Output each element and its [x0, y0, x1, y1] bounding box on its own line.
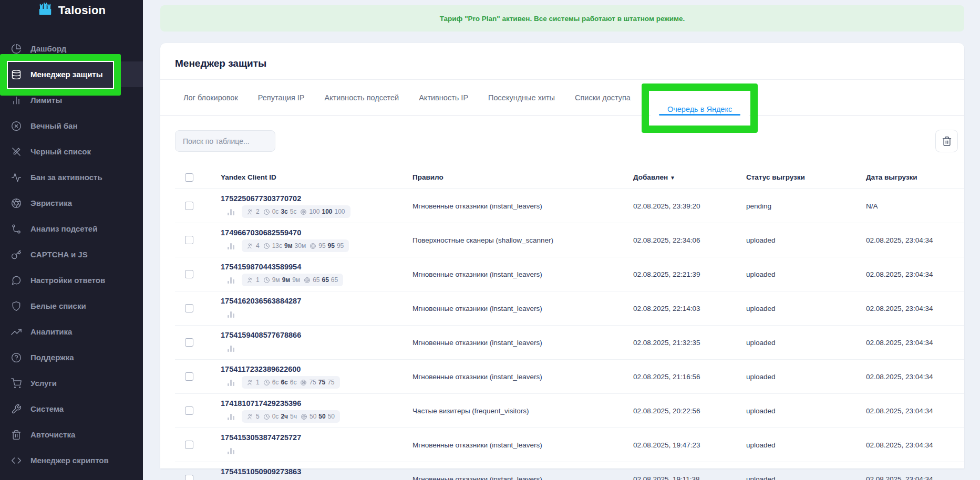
- table-row: 1754117232389622600 1 6с 6с 6с 75 75 75 …: [175, 360, 964, 394]
- sidebar-item-shield[interactable]: Белые списки: [0, 293, 143, 319]
- sidebar-item-subnet[interactable]: Анализ подсетей: [0, 216, 143, 242]
- tabs-bar: Лог блокировокРепутация IPАктивность под…: [160, 79, 964, 116]
- tab-label: Активность подсетей: [325, 93, 399, 102]
- stat-time: 5ч: [290, 413, 297, 420]
- stats-pill: 1 6с 6с 6с 75 75 75: [242, 376, 340, 389]
- stats-chart-icon[interactable]: [228, 413, 234, 420]
- column-header-id[interactable]: Yandex Client ID: [221, 173, 412, 181]
- stat-score: 95: [337, 242, 344, 249]
- chat-icon: [11, 275, 22, 286]
- tab-7[interactable]: Очередь в Яндекс: [651, 92, 749, 126]
- sidebar-item-label: Авточистка: [30, 430, 75, 439]
- tab-label: Активность IP: [419, 93, 468, 102]
- sidebar-item-wrench[interactable]: Система: [0, 396, 143, 422]
- client-id-cell: 1754159870443589954 1 9м 9м 9м 65 65 65: [221, 263, 412, 286]
- stat-time: 0с: [272, 413, 279, 420]
- column-header-status[interactable]: Статус выгрузки: [746, 173, 866, 181]
- added-cell: 02.08.2025, 22:21:39: [633, 270, 746, 278]
- sidebar-item-activity[interactable]: Бан за активность: [0, 164, 143, 190]
- stat-score: 65: [331, 276, 338, 284]
- column-header-rule[interactable]: Правило: [412, 173, 633, 181]
- sidebar-item-label: Вечный бан: [30, 121, 77, 130]
- stat-time: 30м: [295, 242, 306, 249]
- stat-time: 3с: [281, 208, 287, 215]
- sidebar-item-help[interactable]: Поддержка: [0, 345, 143, 370]
- row-checkbox[interactable]: [185, 441, 193, 449]
- sidebar-item-trend[interactable]: Аналитика: [0, 319, 143, 345]
- added-cell: 02.08.2025, 19:47:23: [633, 441, 746, 449]
- column-header-added[interactable]: Добавлен▼: [633, 173, 746, 181]
- sidebar-item-heuristics[interactable]: Эвристика: [0, 190, 143, 216]
- row-stats: 1 6с 6с 6с 75 75 75: [228, 377, 412, 388]
- stats-chart-icon[interactable]: [228, 243, 234, 249]
- cart-icon: [11, 378, 22, 389]
- added-cell: 02.08.2025, 20:22:56: [633, 407, 746, 415]
- tab-1[interactable]: Лог блокировок: [183, 93, 238, 102]
- row-checkbox[interactable]: [185, 270, 193, 278]
- stats-chart-icon[interactable]: [228, 311, 234, 318]
- row-checkbox[interactable]: [185, 475, 193, 480]
- table-row: 1741810717429235396 5 0с 2ч 5ч 50 50 50 …: [175, 394, 964, 428]
- sidebar-item-dashboard[interactable]: Дашборд: [0, 36, 143, 61]
- limits-icon: [11, 95, 22, 106]
- target-icon: [300, 379, 307, 386]
- row-checkbox[interactable]: [185, 304, 193, 312]
- subnet-icon: [11, 224, 22, 234]
- tab-2[interactable]: Репутация IP: [258, 93, 305, 102]
- users-icon: [247, 277, 254, 284]
- sidebar-item-cart[interactable]: Услуги: [0, 370, 143, 396]
- sidebar-item-label: Анализ подсетей: [30, 224, 97, 233]
- stats-chart-icon[interactable]: [228, 277, 234, 284]
- sidebar-item-key[interactable]: CAPTCHA и JS: [0, 242, 143, 267]
- chat-icon: [11, 275, 22, 286]
- cart-icon: [11, 378, 22, 389]
- stat-score: 100: [334, 208, 345, 215]
- row-checkbox[interactable]: [185, 406, 193, 415]
- stat-time: 6с: [290, 379, 297, 386]
- row-stats: 1 9м 9м 9м 65 65 65: [228, 274, 412, 286]
- tab-3[interactable]: Активность подсетей: [325, 93, 399, 102]
- added-cell: 02.08.2025, 19:11:38: [633, 475, 746, 480]
- delete-button[interactable]: [935, 130, 958, 152]
- row-stats: [228, 342, 412, 354]
- stats-chart-icon[interactable]: [228, 447, 234, 454]
- column-header-uploaded[interactable]: Дата выгрузки: [866, 173, 964, 181]
- row-checkbox[interactable]: [185, 202, 193, 210]
- tab-4[interactable]: Активность IP: [419, 93, 468, 102]
- sidebar-item-limits[interactable]: Лимиты: [0, 87, 143, 113]
- stat-time: 9м: [292, 276, 300, 284]
- sidebar-item-database[interactable]: Менеджер защиты: [0, 61, 143, 87]
- sidebar-item-chat[interactable]: Настройки ответов: [0, 267, 143, 293]
- uploaded-cell: N/A: [866, 202, 964, 210]
- row-checkbox[interactable]: [185, 338, 193, 347]
- select-all-checkbox[interactable]: [185, 173, 193, 182]
- uploaded-cell: 02.08.2025, 23:04:34: [866, 407, 964, 415]
- stats-chart-icon[interactable]: [228, 208, 234, 215]
- sidebar-item-ban[interactable]: Вечный бан: [0, 113, 143, 139]
- tab-5[interactable]: Посекундные хиты: [488, 93, 555, 102]
- search-input[interactable]: [175, 130, 275, 152]
- shield-icon: [11, 301, 22, 311]
- sort-desc-icon: ▼: [670, 175, 675, 181]
- sidebar-item-label: Лимиты: [30, 96, 62, 105]
- sidebar-item-label: Бан за активность: [30, 173, 102, 182]
- stats-chart-icon[interactable]: [228, 379, 234, 386]
- trend-icon: [11, 327, 22, 337]
- row-checkbox[interactable]: [185, 372, 193, 381]
- stats-pill: 5 0с 2ч 5ч 50 50 50: [242, 410, 340, 423]
- stat-score: 65: [322, 276, 328, 284]
- rule-cell: Частые визитеры (frequent_visitors): [412, 407, 633, 415]
- tab-6[interactable]: Списки доступа: [575, 93, 631, 102]
- stat-score: 95: [328, 242, 335, 249]
- sidebar-item-code[interactable]: Менеджер скриптов: [0, 447, 143, 473]
- stats-chart-icon[interactable]: [228, 345, 234, 352]
- table-row: 1752250677303770702 2 0с 3с 5с 100 100 1…: [175, 189, 964, 223]
- row-checkbox[interactable]: [185, 236, 193, 244]
- sidebar-item-blacklist[interactable]: Черный список: [0, 139, 143, 164]
- sidebar-item-label: Система: [30, 404, 64, 413]
- sidebar-item-trash[interactable]: Авточистка: [0, 422, 143, 447]
- clock-icon: [263, 208, 270, 215]
- client-id-cell: 1754151050909273863: [221, 467, 412, 480]
- status-cell: uploaded: [746, 475, 866, 480]
- row-stats: [228, 445, 412, 456]
